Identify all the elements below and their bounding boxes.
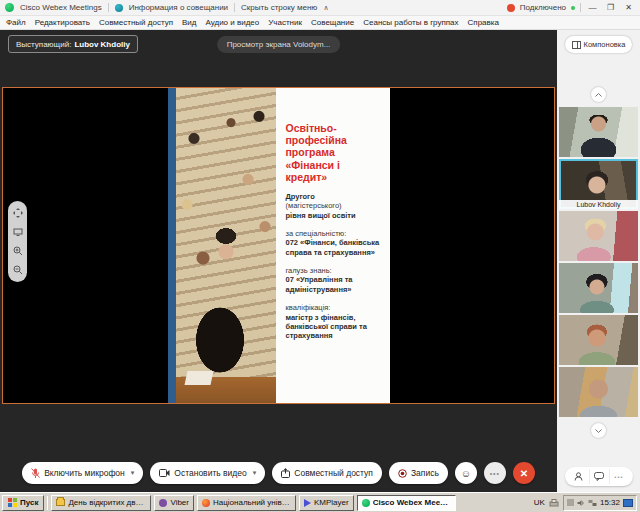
divider bbox=[47, 496, 48, 510]
taskbar-item-label: KMPlayer bbox=[314, 498, 349, 507]
participant-video[interactable] bbox=[559, 315, 638, 365]
zoom-in-icon[interactable] bbox=[13, 246, 23, 256]
browser-icon bbox=[202, 499, 210, 507]
menu-item-share[interactable]: Совместный доступ bbox=[99, 18, 173, 27]
tray-printer-icon[interactable] bbox=[549, 499, 559, 507]
record-label: Запись bbox=[411, 468, 439, 478]
share-content-button[interactable]: Совместный доступ bbox=[272, 462, 382, 484]
tray-clock[interactable]: 15:32 bbox=[600, 498, 620, 507]
windows-logo-icon bbox=[8, 498, 17, 507]
start-label: Пуск bbox=[20, 498, 38, 507]
speaker-bar: Выступающий: Lubov Khdoliy Просмотр экра… bbox=[0, 30, 557, 87]
taskbar-item-label: Viber bbox=[170, 498, 189, 507]
taskbar-item-label: День відкритих дверей bbox=[68, 498, 146, 507]
share-viewer-toolbar bbox=[8, 201, 27, 282]
app-title: Cisco Webex Meetings bbox=[20, 3, 102, 12]
participants-list-button[interactable] bbox=[569, 469, 589, 484]
expand-filmstrip-button[interactable] bbox=[591, 423, 606, 438]
close-button[interactable]: ✕ bbox=[622, 3, 635, 12]
chevron-up-icon bbox=[595, 93, 602, 97]
meeting-info-icon bbox=[115, 4, 123, 12]
menu-item-help[interactable]: Справка bbox=[468, 18, 499, 27]
title-bar: Cisco Webex Meetings Информация о совеща… bbox=[0, 0, 640, 16]
slide-specialty-block: за спеціальністю: 072 «Фінанси, банківсь… bbox=[286, 229, 382, 257]
participants-panel: Компоновка Lubov Khdoliy bbox=[557, 30, 640, 492]
mic-dropdown-icon[interactable]: ▾ bbox=[131, 469, 135, 477]
connection-icon bbox=[507, 4, 515, 12]
participant-video[interactable] bbox=[559, 107, 638, 157]
hide-menu-button[interactable]: Скрыть строку меню bbox=[241, 3, 317, 12]
tray-display-icon[interactable] bbox=[623, 499, 633, 507]
stop-video-button[interactable]: Остановить видео ▾ bbox=[150, 462, 265, 484]
tray-app-icon[interactable] bbox=[567, 499, 574, 506]
menu-item-file[interactable]: Файл bbox=[6, 18, 26, 27]
menu-item-meeting[interactable]: Совещание bbox=[311, 18, 354, 27]
divider bbox=[108, 3, 109, 12]
menu-item-breakout-sessions[interactable]: Сеансы работы в группах bbox=[363, 18, 458, 27]
tray-language-indicator[interactable]: UK bbox=[534, 498, 545, 507]
participant-video-active-speaker[interactable]: Lubov Khdoliy bbox=[559, 159, 638, 209]
connection-status: Подключено bbox=[520, 3, 566, 12]
unmute-label: Включить микрофон bbox=[44, 468, 125, 478]
taskbar-item-webex-active[interactable]: Cisco Webex Meetings bbox=[357, 495, 456, 511]
shared-screen-area: Освітньо-професійна програма «Фінанси і … bbox=[2, 87, 555, 404]
menu-item-audio-video[interactable]: Аудио и видео bbox=[205, 18, 259, 27]
taskbar-item-label: Cisco Webex Meetings bbox=[373, 498, 451, 507]
actual-size-icon[interactable] bbox=[13, 227, 23, 237]
presenter-name: Lubov Khdoliy bbox=[74, 40, 130, 49]
slide-text-panel: Освітньо-професійна програма «Фінанси і … bbox=[276, 88, 390, 403]
slide-degree-bold: Другого bbox=[286, 192, 315, 201]
unmute-button[interactable]: Включить микрофон ▾ bbox=[22, 462, 143, 484]
reactions-button[interactable]: ☺ bbox=[455, 462, 477, 484]
maximize-button[interactable]: ❐ bbox=[604, 3, 617, 12]
fit-to-window-icon[interactable] bbox=[13, 208, 23, 218]
minimize-button[interactable]: — bbox=[586, 3, 599, 12]
layout-button[interactable]: Компоновка bbox=[565, 36, 633, 53]
viewing-screen-pill[interactable]: Просмотр экрана Volodym... bbox=[217, 36, 341, 53]
viber-icon bbox=[159, 499, 167, 507]
participant-video[interactable] bbox=[559, 211, 638, 261]
kmplayer-icon bbox=[304, 499, 311, 507]
video-filmstrip: Lubov Khdoliy bbox=[559, 107, 638, 417]
share-content-label: Совместный доступ bbox=[294, 468, 373, 478]
chevron-up-icon[interactable]: ∧ bbox=[323, 4, 328, 12]
more-panels-button[interactable]: ••• bbox=[609, 469, 629, 484]
record-button[interactable]: Запись bbox=[389, 462, 448, 484]
video-camera-icon bbox=[159, 469, 170, 477]
taskbar-item-folder[interactable]: День відкритих дверей bbox=[51, 495, 151, 511]
chat-button[interactable] bbox=[589, 469, 609, 484]
layout-label: Компоновка bbox=[584, 40, 626, 49]
taskbar-item-viber[interactable]: Viber bbox=[154, 495, 194, 511]
participant-video[interactable] bbox=[559, 367, 638, 417]
slide-degree-block: Другого (магістерського) рівня вищої осв… bbox=[286, 192, 382, 220]
panel-actions: ••• bbox=[565, 467, 633, 486]
zoom-out-icon[interactable] bbox=[13, 265, 23, 275]
slide-specialty-label: за спеціальністю: bbox=[286, 229, 347, 238]
stage: Выступающий: Lubov Khdoliy Просмотр экра… bbox=[0, 30, 557, 492]
more-options-button[interactable]: ••• bbox=[484, 462, 506, 484]
taskbar-item-browser[interactable]: Національний універси... bbox=[197, 495, 296, 511]
menu-item-edit[interactable]: Редактировать bbox=[35, 18, 90, 27]
layout-icon bbox=[572, 41, 581, 49]
slide-degree-normal: (магістерського) bbox=[286, 201, 342, 210]
participant-video[interactable] bbox=[559, 263, 638, 313]
webex-logo-icon bbox=[5, 3, 14, 12]
tray-icons-box: 15:32 bbox=[563, 495, 637, 511]
record-icon bbox=[398, 469, 407, 478]
main-area: Выступающий: Lubov Khdoliy Просмотр экра… bbox=[0, 30, 640, 492]
leave-meeting-button[interactable]: ✕ bbox=[513, 462, 535, 484]
video-dropdown-icon[interactable]: ▾ bbox=[253, 469, 257, 477]
start-button[interactable]: Пуск bbox=[2, 495, 44, 511]
taskbar-item-kmplayer[interactable]: KMPlayer bbox=[299, 495, 354, 511]
slide-qualification-value: магістр з фінансів, банківської справи т… bbox=[286, 313, 367, 341]
collapse-filmstrip-button[interactable] bbox=[591, 87, 606, 102]
windows-taskbar: Пуск День відкритих дверей Viber Націона… bbox=[0, 492, 640, 512]
menu-item-view[interactable]: Вид bbox=[182, 18, 196, 27]
tray-volume-icon[interactable] bbox=[577, 499, 585, 507]
system-tray: UK 15:32 bbox=[534, 495, 638, 511]
menu-item-participant[interactable]: Участник bbox=[268, 18, 302, 27]
folder-icon bbox=[56, 499, 65, 506]
tray-network-icon[interactable] bbox=[588, 499, 597, 507]
meeting-info-button[interactable]: Информация о совещании bbox=[129, 3, 228, 12]
divider bbox=[580, 3, 581, 12]
